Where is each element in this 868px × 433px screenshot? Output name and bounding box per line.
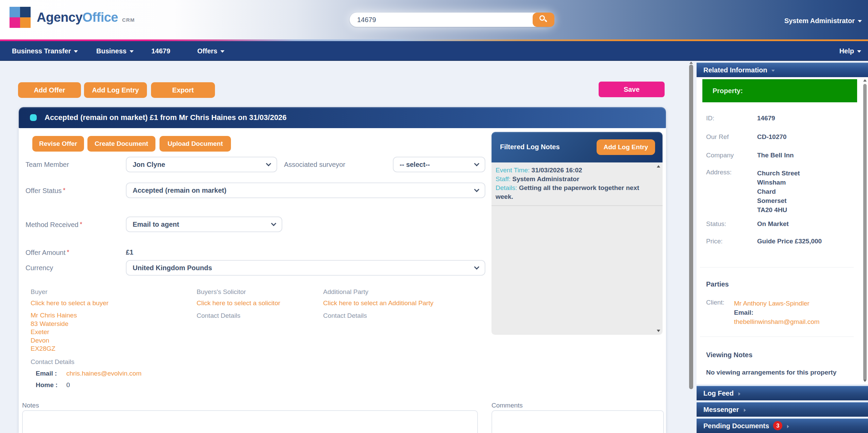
staff-value: System Administrator	[512, 175, 579, 183]
accordion-log-feed[interactable]: Log Feed	[697, 385, 868, 400]
client-email-link[interactable]: thebellinwinsham@gmail.com	[734, 317, 820, 326]
method-received-select[interactable]: Email to agent	[126, 216, 282, 232]
accordion-pending-documents[interactable]: Pending Documents3	[697, 418, 868, 433]
label-text: Associated surveyor	[284, 161, 345, 168]
team-member-label: Team Member	[26, 157, 69, 172]
comments-label: Comments	[491, 402, 523, 409]
details-value: Getting all the paperwork together next …	[496, 184, 639, 200]
buyer-address-line[interactable]: Devon	[31, 336, 187, 345]
comments-textarea[interactable]	[491, 410, 664, 433]
id-label: ID:	[706, 115, 714, 122]
label-text: Method Received	[26, 221, 79, 228]
search-icon	[539, 15, 545, 21]
buyer-heading: Buyer	[31, 288, 187, 296]
main-content-scrollbar	[688, 62, 694, 433]
status-dot-icon	[30, 114, 37, 121]
currency-select[interactable]: United Kingdom Pounds	[126, 260, 485, 276]
offer-amount-label: Offer Amount*	[26, 247, 69, 258]
select-value: -- select--	[400, 161, 430, 168]
scrollbar-up-icon[interactable]	[863, 79, 867, 82]
nav-item-help[interactable]: Help	[839, 41, 861, 61]
chevron-right-icon	[787, 425, 789, 428]
revise-offer-button[interactable]: Revise Offer	[32, 136, 84, 152]
select-additional-party-link[interactable]: Click here to select an Additional Party	[323, 299, 466, 307]
scrollbar-up-icon[interactable]	[689, 62, 693, 64]
our-ref-value: CD-10270	[757, 133, 787, 141]
scrollbar-thumb[interactable]	[689, 65, 693, 389]
log-entry-time-row: Event Time: 31/03/2026 16:02	[496, 166, 657, 175]
select-solicitor-link[interactable]: Click here to select a solicitor	[197, 299, 316, 307]
nav-item-label: Business Transfer	[12, 47, 71, 55]
required-marker: *	[63, 187, 65, 194]
property-banner: Property:	[702, 79, 857, 102]
offer-status-select[interactable]: Accepted (remain on market)	[126, 183, 485, 198]
notes-textarea[interactable]	[22, 410, 478, 433]
scrollbar-down-icon[interactable]	[863, 380, 867, 382]
notes-label: Notes	[22, 402, 39, 409]
buyer-email-row: Email : chris.haines@evolvin.com	[31, 370, 187, 377]
brand-logo: AgencyOffice CRM	[10, 7, 135, 28]
nav-item-business-transfer[interactable]: Business Transfer	[12, 41, 78, 61]
select-value: Jon Clyne	[133, 161, 165, 168]
offer-status-label: Offer Status*	[26, 183, 65, 198]
buyer-address-line[interactable]: Exeter	[31, 328, 187, 336]
buyer-home-row: Home : 0	[31, 381, 187, 389]
user-menu-label: System Administrator	[784, 17, 855, 24]
associated-surveyor-label: Associated surveyor	[284, 157, 345, 172]
log-panel-header: Filtered Log Notes Add Log Entry	[491, 132, 663, 162]
log-entry-details-row: Details: Getting all the paperwork toget…	[496, 184, 657, 201]
scrollbar-up-icon[interactable]	[657, 165, 660, 168]
nav-item-offers[interactable]: Offers	[197, 41, 224, 61]
event-time-label: Event Time:	[496, 167, 530, 174]
parties-heading: Parties	[706, 280, 729, 288]
event-time-value: 31/03/2026 16:02	[532, 167, 582, 174]
associated-surveyor-select[interactable]: -- select--	[393, 157, 485, 172]
user-menu[interactable]: System Administrator	[784, 17, 862, 25]
label-text: Currency	[26, 264, 53, 272]
nav-item-record-id[interactable]: 14679	[151, 41, 170, 61]
log-panel-title: Filtered Log Notes	[500, 143, 560, 151]
required-marker: *	[80, 221, 82, 228]
save-button[interactable]: Save	[599, 82, 665, 97]
log-entry-staff-row: Staff: System Administrator	[496, 175, 657, 184]
client-email-label: Email:	[734, 308, 820, 317]
log-entry: Event Time: 31/03/2026 16:02 Staff: Syst…	[491, 162, 663, 206]
buyer-email-link[interactable]: chris.haines@evolvin.com	[66, 370, 141, 377]
buyer-home-value: 0	[66, 381, 70, 389]
buyer-address-line[interactable]: EX28GZ	[31, 345, 187, 353]
create-document-button[interactable]: Create Document	[87, 136, 155, 152]
chevron-down-icon	[474, 187, 480, 192]
scrollbar-down-icon[interactable]	[657, 330, 660, 332]
buyer-address-line[interactable]: 83 Waterside	[31, 320, 187, 328]
brand-logo-icon	[10, 7, 31, 28]
select-value: United Kingdom Pounds	[133, 264, 212, 272]
accordion-messenger[interactable]: Messenger	[697, 402, 868, 417]
offer-header-bar: Accepted (remain on market) £1 from Mr C…	[19, 107, 666, 128]
brand-suffix: CRM	[122, 17, 135, 23]
client-name-link[interactable]: Mr Anthony Laws-Spindler	[734, 299, 820, 308]
label-text: Offer Status	[26, 187, 62, 194]
related-information-header[interactable]: Related Information	[697, 62, 868, 77]
log-add-entry-button[interactable]: Add Log Entry	[597, 139, 655, 155]
select-buyer-link[interactable]: Click here to select a buyer	[31, 299, 187, 307]
buyer-name-link[interactable]: Mr Chris Haines	[31, 311, 187, 320]
team-member-select[interactable]: Jon Clyne	[126, 157, 277, 172]
client-details: Mr Anthony Laws-Spindler Email: thebelli…	[734, 299, 820, 326]
top-header: AgencyOffice CRM System Administrator	[0, 0, 868, 39]
offer-card: Accepted (remain on market) £1 from Mr C…	[19, 107, 666, 433]
scrollbar-thumb[interactable]	[863, 84, 867, 380]
search-button[interactable]	[533, 13, 554, 27]
additional-party-contact-heading: Contact Details	[323, 312, 466, 319]
logo-square-navy	[20, 7, 31, 17]
nav-item-business[interactable]: Business	[96, 41, 134, 61]
chevron-down-icon	[266, 161, 271, 167]
search-input[interactable]	[350, 13, 554, 27]
export-button[interactable]: Export	[151, 82, 215, 98]
upload-document-button[interactable]: Upload Document	[160, 136, 231, 152]
add-offer-button[interactable]: Add Offer	[18, 82, 81, 98]
logo-square-pink	[10, 17, 20, 28]
buyer-contact-heading: Contact Details	[31, 358, 187, 366]
company-label: Company	[706, 152, 734, 159]
nav-item-label: Offers	[197, 47, 217, 55]
add-log-entry-button[interactable]: Add Log Entry	[84, 82, 147, 98]
